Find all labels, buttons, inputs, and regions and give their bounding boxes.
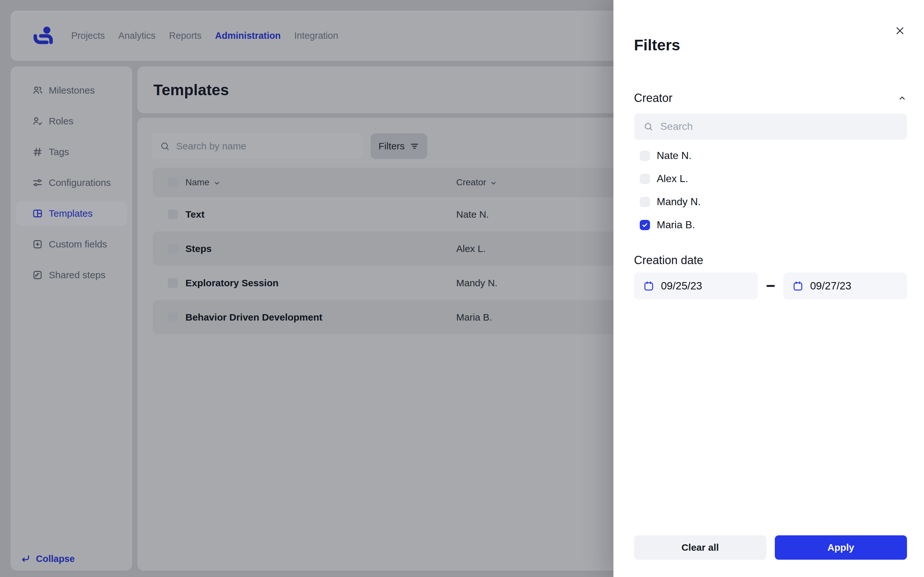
calendar-icon (643, 280, 654, 292)
creator-option-maria-b[interactable]: Maria B. (640, 213, 907, 237)
unchecked-checkbox[interactable] (640, 151, 650, 161)
creator-search-box (634, 113, 907, 140)
date-from-field[interactable]: 09/25/23 (634, 272, 758, 300)
calendar-icon (792, 280, 804, 292)
clear-all-button[interactable]: Clear all (634, 535, 766, 560)
creator-search-input[interactable] (660, 120, 872, 133)
creation-date-range: 09/25/23 09/27/23 (634, 272, 907, 300)
apply-button[interactable]: Apply (775, 535, 907, 560)
chevron-up-icon (898, 94, 906, 102)
collapse-creator-section-button[interactable] (897, 93, 907, 103)
creator-option-nate-n[interactable]: Nate N. (640, 144, 907, 167)
creator-option-alex-l[interactable]: Alex L. (640, 167, 907, 190)
app: ProjectsAnalyticsReportsAdministrationIn… (0, 0, 924, 577)
date-to-value: 09/27/23 (810, 280, 851, 292)
creator-option-label: Mandy N. (657, 196, 701, 208)
date-from-value: 09/25/23 (661, 280, 702, 292)
unchecked-checkbox[interactable] (640, 197, 650, 207)
creation-date-section-label: Creation date (634, 253, 907, 268)
filters-drawer: Filters Creator Nate N.Ale (614, 0, 924, 577)
creator-option-label: Nate N. (657, 150, 691, 161)
checked-checkbox[interactable] (640, 220, 650, 230)
date-range-separator (758, 285, 783, 287)
close-drawer-button[interactable] (893, 24, 907, 38)
close-icon (895, 25, 905, 37)
creator-options-list: Nate N.Alex L.Mandy N.Maria B. (634, 144, 907, 237)
creator-option-mandy-n[interactable]: Mandy N. (640, 190, 907, 213)
creator-section-label: Creator (634, 91, 672, 105)
unchecked-checkbox[interactable] (640, 174, 650, 184)
creator-option-label: Maria B. (657, 219, 695, 231)
date-to-field[interactable]: 09/27/23 (783, 272, 907, 300)
creator-option-label: Alex L. (657, 173, 688, 185)
search-icon (644, 122, 653, 131)
drawer-title: Filters (634, 36, 680, 55)
